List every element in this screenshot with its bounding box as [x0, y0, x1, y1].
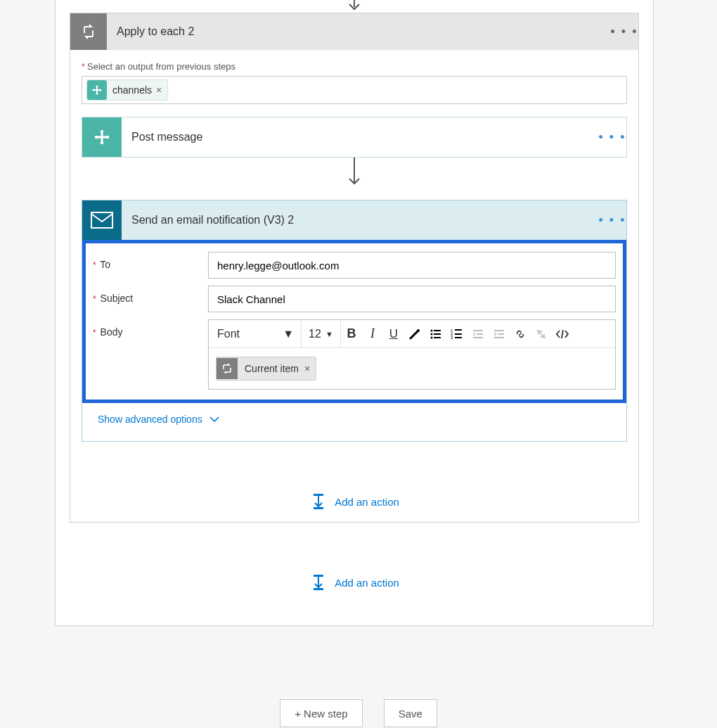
underline-button[interactable]: U	[383, 323, 404, 345]
show-advanced-options[interactable]: Show advanced options	[98, 414, 219, 425]
flow-card: Apply to each 2 • • • * Select an output…	[55, 0, 654, 626]
svg-rect-15	[434, 337, 441, 338]
add-action-outer[interactable]: Add an action	[56, 573, 653, 592]
svg-rect-28	[314, 494, 323, 496]
svg-rect-8	[91, 212, 112, 228]
token-remove-button[interactable]: ×	[156, 84, 162, 96]
foreach-body: * Select an output from previous steps c…	[70, 50, 638, 522]
slack-icon	[87, 80, 107, 100]
to-label: * To	[93, 252, 208, 270]
body-editor: Font▼ 12▼ B I U 123	[208, 319, 616, 390]
italic-button[interactable]: I	[362, 323, 383, 345]
unlink-button[interactable]	[531, 323, 552, 345]
indent-button[interactable]	[489, 323, 510, 345]
slack-card-menu-button[interactable]: • • •	[598, 130, 626, 145]
subject-input[interactable]	[208, 286, 616, 312]
color-button[interactable]	[404, 323, 425, 345]
email-card-menu-button[interactable]: • • •	[598, 213, 626, 228]
svg-rect-27	[494, 337, 504, 338]
add-action-inner[interactable]: Add an action	[82, 492, 627, 511]
email-card-header[interactable]: Send an email notification (V3) 2 • • •	[82, 200, 626, 240]
svg-rect-33	[314, 588, 323, 590]
svg-point-1	[100, 89, 102, 91]
svg-point-5	[106, 136, 109, 139]
svg-point-2	[96, 86, 98, 88]
mail-icon	[82, 200, 122, 240]
email-card-title: Send an email notification (V3) 2	[122, 214, 598, 226]
new-step-button[interactable]: + New step	[280, 699, 362, 727]
body-input[interactable]: Current item ×	[209, 348, 615, 389]
email-card: Send an email notification (V3) 2 • • • …	[82, 200, 627, 442]
add-action-icon	[309, 492, 328, 511]
svg-rect-30	[314, 507, 323, 509]
slack-post-message-card: Post message • • •	[82, 117, 627, 158]
bold-button[interactable]: B	[341, 323, 362, 345]
svg-rect-22	[473, 330, 483, 331]
editor-toolbar: Font▼ 12▼ B I U 123	[209, 320, 615, 348]
svg-point-7	[101, 141, 103, 144]
to-input[interactable]	[208, 252, 616, 279]
foreach-container: Apply to each 2 • • • * Select an output…	[70, 13, 639, 523]
outputs-input[interactable]: channels ×	[82, 76, 627, 104]
svg-rect-19	[455, 333, 462, 335]
svg-point-9	[417, 329, 420, 332]
slack-card-title: Post message	[122, 131, 598, 143]
link-button[interactable]	[510, 323, 531, 345]
foreach-menu-button[interactable]: • • •	[610, 25, 638, 39]
foreach-header[interactable]: Apply to each 2 • • •	[70, 13, 638, 50]
svg-point-12	[431, 333, 433, 335]
svg-rect-26	[498, 333, 504, 335]
svg-rect-13	[434, 333, 441, 335]
font-size-select[interactable]: 12▼	[302, 320, 341, 347]
slack-card-header[interactable]: Post message • • •	[82, 117, 626, 157]
svg-rect-31	[314, 575, 323, 577]
save-button[interactable]: Save	[384, 699, 437, 727]
code-view-button[interactable]	[552, 323, 573, 345]
svg-text:3: 3	[451, 336, 453, 340]
svg-rect-11	[434, 330, 441, 331]
add-action-icon	[309, 573, 328, 592]
outdent-button[interactable]	[467, 323, 489, 345]
outputs-label: * Select an output from previous steps	[82, 61, 627, 72]
subject-label: * Subject	[93, 286, 208, 304]
svg-point-10	[431, 329, 433, 331]
svg-point-0	[93, 89, 95, 91]
token-remove-button[interactable]: ×	[304, 363, 310, 374]
svg-rect-23	[477, 333, 483, 335]
foreach-title: Apply to each 2	[107, 25, 610, 38]
svg-point-6	[101, 130, 103, 133]
token-channels[interactable]: channels ×	[86, 79, 168, 101]
svg-rect-17	[455, 329, 462, 331]
numbered-list-button[interactable]: 123	[446, 323, 467, 345]
chevron-down-icon	[209, 416, 219, 423]
loop-icon	[70, 13, 107, 50]
token-current-item[interactable]: Current item ×	[216, 357, 316, 381]
bullet-list-button[interactable]	[425, 323, 446, 345]
font-select[interactable]: Font▼	[210, 320, 302, 347]
body-label: * Body	[93, 319, 208, 338]
svg-rect-24	[473, 337, 483, 338]
slack-icon	[82, 117, 122, 157]
loop-icon	[217, 358, 238, 379]
connector-arrow-top	[347, 0, 362, 11]
svg-point-3	[96, 93, 98, 95]
email-form-highlight: * To * Subject * Body	[82, 240, 626, 403]
svg-rect-25	[494, 330, 504, 331]
connector-arrow	[82, 158, 627, 187]
svg-rect-21	[455, 337, 462, 338]
footer-buttons: + New step Save	[0, 699, 717, 727]
svg-point-14	[431, 336, 433, 338]
svg-point-4	[95, 136, 98, 139]
